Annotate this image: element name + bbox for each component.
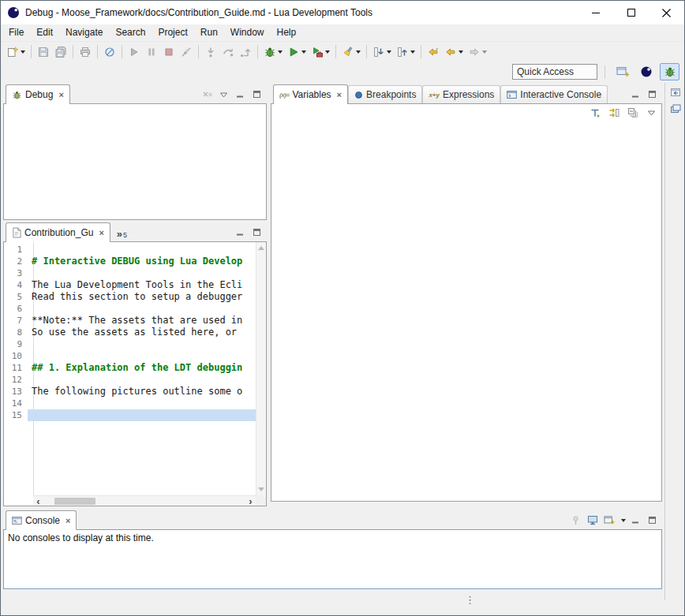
close-tab-icon[interactable]: × bbox=[337, 91, 342, 99]
editor-line[interactable]: 12 bbox=[4, 374, 256, 386]
menu-project[interactable]: Project bbox=[152, 24, 193, 41]
menu-file[interactable]: File bbox=[2, 24, 30, 41]
editor-line[interactable]: 5Read this section to setup a debugger bbox=[4, 291, 256, 303]
tab-variables[interactable]: (x)= Variables × bbox=[273, 84, 348, 104]
editor-vertical-scrollbar[interactable] bbox=[256, 242, 266, 495]
editor-line[interactable]: 1 bbox=[4, 244, 256, 256]
show-logical-structures-button[interactable] bbox=[607, 106, 620, 118]
display-selected-console-button[interactable] bbox=[586, 514, 599, 526]
next-annotation-button[interactable] bbox=[370, 43, 394, 61]
print-button[interactable] bbox=[77, 43, 94, 61]
editor-line[interactable]: 2# Interactive DEBUG using Lua Develop bbox=[4, 256, 256, 267]
menu-navigate[interactable]: Navigate bbox=[59, 24, 109, 41]
open-console-dropdown[interactable] bbox=[619, 514, 626, 526]
line-number[interactable]: 12 bbox=[4, 374, 28, 386]
editor-line[interactable]: 10 bbox=[4, 350, 256, 362]
close-tab-icon[interactable]: × bbox=[58, 91, 63, 99]
last-edit-location-button[interactable] bbox=[425, 43, 442, 61]
scroll-left-arrow-icon[interactable]: ‹ bbox=[33, 497, 43, 506]
minimize-view-button[interactable] bbox=[629, 514, 642, 526]
remove-all-terminated-button[interactable] bbox=[200, 88, 214, 100]
view-menu-button[interactable] bbox=[645, 106, 658, 118]
step-over-button[interactable] bbox=[219, 43, 237, 61]
step-return-button[interactable] bbox=[237, 43, 254, 61]
open-console-button[interactable] bbox=[602, 514, 616, 526]
trim-drag-handle[interactable]: ⋮ bbox=[465, 595, 475, 605]
save-button[interactable] bbox=[35, 43, 52, 61]
minimize-window-button[interactable] bbox=[578, 1, 613, 24]
restore-view-button[interactable] bbox=[668, 86, 682, 98]
run-button[interactable] bbox=[285, 43, 309, 61]
tab-expressions[interactable]: x+y Expressions bbox=[422, 85, 500, 103]
back-button[interactable] bbox=[442, 43, 466, 61]
disconnect-button[interactable] bbox=[178, 43, 195, 61]
search-button[interactable] bbox=[339, 43, 363, 61]
view-menu-button[interactable] bbox=[217, 88, 230, 100]
line-number[interactable]: 10 bbox=[4, 350, 28, 362]
tab-breakpoints[interactable]: Breakpoints bbox=[348, 85, 422, 103]
minimize-view-button[interactable] bbox=[234, 88, 247, 100]
maximize-view-button[interactable] bbox=[250, 88, 264, 100]
editor-tab-overflow-button[interactable]: »5 bbox=[117, 230, 127, 239]
resume-button[interactable] bbox=[125, 43, 143, 61]
new-button[interactable] bbox=[4, 43, 28, 61]
skip-all-breakpoints-button[interactable] bbox=[101, 43, 118, 61]
editor-line[interactable]: 4The Lua Development Tools in the Ecli bbox=[4, 279, 256, 291]
scrollbar-thumb[interactable] bbox=[54, 498, 95, 505]
editor-line[interactable]: 3 bbox=[4, 267, 256, 279]
minimized-view-button[interactable] bbox=[668, 103, 682, 114]
step-into-button[interactable] bbox=[202, 43, 219, 61]
external-tools-button[interactable] bbox=[309, 43, 332, 61]
suspend-button[interactable] bbox=[143, 43, 160, 61]
forward-button[interactable] bbox=[466, 43, 489, 61]
minimize-view-button[interactable] bbox=[234, 226, 247, 238]
editor-horizontal-scrollbar[interactable]: ‹ › bbox=[33, 495, 256, 506]
editor-lines[interactable]: 12# Interactive DEBUG using Lua Develop3… bbox=[4, 244, 256, 495]
line-number[interactable]: 1 bbox=[4, 244, 28, 256]
editor-line[interactable]: 13The following pictures outline some o bbox=[4, 386, 256, 398]
save-all-button[interactable] bbox=[52, 43, 69, 61]
tab-debug[interactable]: Debug × bbox=[6, 84, 70, 104]
debug-perspective-button[interactable] bbox=[660, 63, 679, 80]
maximize-view-button[interactable] bbox=[646, 88, 659, 100]
editor-line[interactable]: 9 bbox=[4, 338, 256, 350]
editor-line[interactable]: 14 bbox=[4, 398, 256, 409]
previous-annotation-button[interactable] bbox=[394, 43, 417, 61]
close-window-button[interactable] bbox=[649, 1, 684, 24]
editor-line[interactable]: 8So use the assets as listed here, or bbox=[4, 327, 256, 338]
quick-access-box[interactable]: Quick Access bbox=[512, 64, 597, 80]
tab-console[interactable]: Console × bbox=[6, 510, 77, 530]
menu-help[interactable]: Help bbox=[271, 24, 303, 41]
scroll-down-arrow-icon[interactable] bbox=[258, 487, 264, 491]
line-number[interactable]: 9 bbox=[4, 338, 28, 350]
line-number[interactable]: 7 bbox=[4, 315, 28, 327]
line-number[interactable]: 15 bbox=[4, 409, 28, 421]
editor-tab-contribution-guide[interactable]: Contribution_Gu × bbox=[6, 222, 110, 242]
editor-line[interactable]: 11## 1. Explanation of the LDT debuggin bbox=[4, 362, 256, 374]
close-tab-icon[interactable]: × bbox=[99, 229, 103, 237]
terminate-button[interactable] bbox=[160, 43, 178, 61]
scrollbar-track[interactable] bbox=[43, 496, 245, 506]
editor-line[interactable]: 6 bbox=[4, 303, 256, 315]
menu-edit[interactable]: Edit bbox=[30, 24, 59, 41]
minimize-view-button[interactable] bbox=[629, 88, 642, 100]
editor-line[interactable]: 15 bbox=[4, 409, 256, 421]
scroll-right-arrow-icon[interactable]: › bbox=[245, 497, 256, 506]
line-number[interactable]: 4 bbox=[4, 279, 28, 291]
line-number[interactable]: 3 bbox=[4, 267, 28, 279]
open-perspective-button[interactable] bbox=[612, 63, 632, 80]
close-tab-icon[interactable]: × bbox=[66, 517, 70, 525]
pin-console-button[interactable] bbox=[569, 514, 582, 526]
line-number[interactable]: 14 bbox=[4, 398, 28, 409]
maximize-window-button[interactable] bbox=[613, 1, 649, 24]
menu-search[interactable]: Search bbox=[109, 24, 152, 41]
line-number[interactable]: 8 bbox=[4, 327, 28, 338]
tab-interactive-console[interactable]: Interactive Console bbox=[500, 85, 608, 103]
line-number[interactable]: 6 bbox=[4, 303, 28, 315]
menu-run[interactable]: Run bbox=[194, 24, 224, 41]
maximize-view-button[interactable] bbox=[646, 514, 659, 526]
debug-button[interactable] bbox=[261, 43, 285, 61]
line-number[interactable]: 13 bbox=[4, 386, 28, 398]
line-number[interactable]: 11 bbox=[4, 362, 28, 374]
line-number[interactable]: 5 bbox=[4, 291, 28, 303]
